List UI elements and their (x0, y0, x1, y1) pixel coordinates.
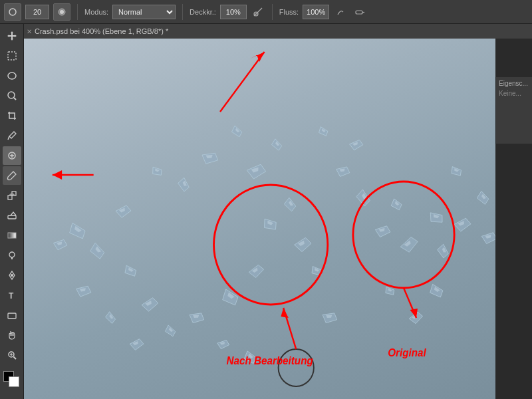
svg-point-18 (11, 274, 13, 277)
canvas-area: Nach Bearbeitung Original Eigensc... Kei… (24, 39, 532, 399)
sidebar-tool-gradient[interactable] (3, 226, 21, 245)
left-toolbar: T (0, 24, 24, 399)
right-panel: Eigensc... Keine... (495, 77, 532, 144)
svg-point-2 (60, 10, 64, 14)
sidebar-tool-shape[interactable] (3, 306, 21, 325)
panel-value: Keine... (499, 90, 529, 97)
tab-title: Crash.psd bei 400% (Ebene 1, RGB/8*) * (35, 27, 168, 35)
modus-label: Modus: (84, 8, 108, 16)
brush-size-input[interactable]: 20 (25, 5, 49, 19)
sidebar-tool-heal[interactable] (3, 146, 21, 165)
svg-rect-6 (8, 52, 16, 60)
svg-point-16 (9, 252, 15, 257)
svg-line-9 (14, 98, 16, 100)
toolbar-separator-3 (272, 4, 273, 20)
deckgrad-input[interactable]: 10% (220, 5, 247, 19)
svg-point-0 (9, 9, 16, 15)
fluss-label: Fluss: (279, 8, 299, 16)
brush-hardness-button[interactable] (53, 3, 70, 21)
svg-point-8 (8, 92, 15, 98)
sidebar-tool-marquee[interactable] (3, 47, 21, 65)
deckgrad-icon (251, 5, 265, 19)
svg-line-10 (8, 136, 9, 140)
svg-rect-20 (8, 313, 16, 319)
svg-point-7 (8, 72, 16, 79)
svg-rect-4 (356, 11, 362, 14)
tab-close-button[interactable]: ✕ (27, 28, 32, 35)
brush-preset-button[interactable] (4, 3, 21, 21)
tab-bar: ✕ Crash.psd bei 400% (Ebene 1, RGB/8*) * (24, 24, 532, 39)
sidebar-tool-pen[interactable] (3, 266, 21, 285)
sidebar-tool-clone-stamp[interactable] (3, 186, 21, 205)
modus-dropdown[interactable]: Normal Multiplizieren Abdunkeln (112, 5, 176, 19)
sidebar-tool-text[interactable]: T (3, 286, 21, 305)
sidebar-tool-zoom[interactable] (3, 346, 21, 364)
airbrush-icon (352, 5, 366, 19)
svg-rect-15 (8, 233, 16, 238)
sidebar-tool-dodge[interactable] (3, 246, 21, 265)
toolbar-separator-2 (182, 4, 183, 20)
fluss-icon (333, 5, 348, 19)
sidebar-tool-brush[interactable] (3, 166, 21, 185)
sidebar-tool-move[interactable] (3, 27, 21, 45)
svg-line-22 (13, 357, 16, 360)
sidebar-tool-hand[interactable] (3, 326, 21, 344)
svg-text:T: T (9, 291, 14, 301)
toolbar-separator-1 (77, 4, 78, 20)
svg-point-3 (254, 12, 258, 16)
svg-rect-12 (8, 196, 12, 200)
sidebar-tool-eyedropper[interactable] (3, 126, 21, 145)
image-background (24, 39, 495, 399)
main-toolbar: 20 Modus: Normal Multiplizieren Abdunkel… (0, 0, 532, 24)
sidebar-tool-crop[interactable] (3, 106, 21, 125)
fluss-input[interactable]: 100% (303, 5, 329, 19)
sidebar-tool-quick-select[interactable] (3, 86, 21, 105)
panel-title: Eigensc... (499, 80, 529, 87)
sidebar-tool-eraser[interactable] (3, 206, 21, 225)
svg-rect-14 (8, 215, 16, 219)
color-picker[interactable] (3, 371, 21, 388)
deckgrad-label: Deckkr.: (190, 8, 216, 16)
sidebar-tool-lasso[interactable] (3, 66, 21, 85)
